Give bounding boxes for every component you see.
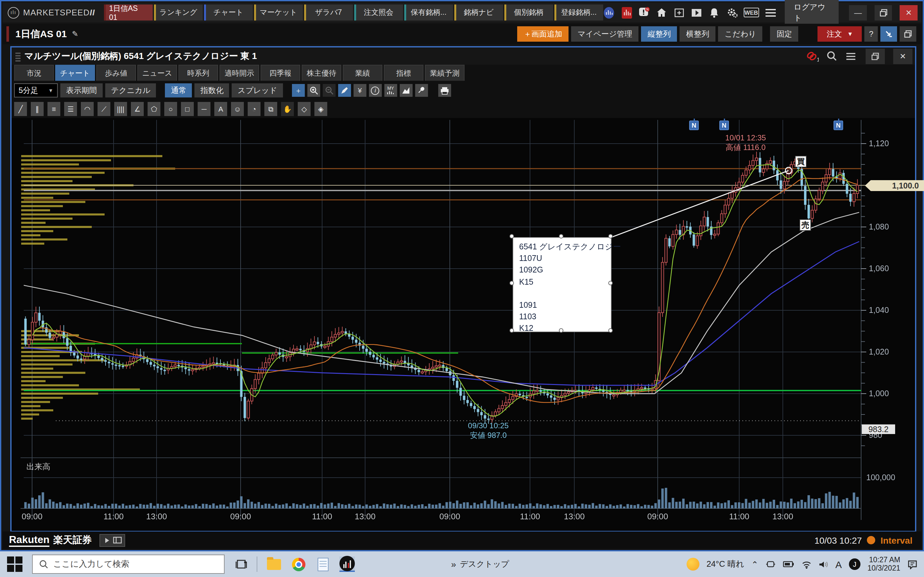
buy-marker[interactable]: 買 [795, 156, 806, 167]
windows-taskbar: ここに入力して検索 » デスクトップ 24°C 晴れ ⌃ A J 10:27 A… [0, 551, 924, 577]
low-annotation: 09/30 10:25安値 987.0 [440, 421, 536, 440]
svg-text:13:00: 13:00 [355, 512, 375, 521]
svg-text:11:00: 11:00 [103, 512, 124, 521]
rakuten-logo: Rakuten 楽天証券 [9, 534, 92, 546]
annotation-handle[interactable] [608, 281, 613, 285]
ime-language-icon[interactable]: J [849, 558, 861, 570]
news-marker[interactable]: N [834, 121, 843, 130]
svg-text:09:00: 09:00 [439, 512, 460, 521]
weather-icon[interactable] [687, 558, 699, 571]
desktop-label: デスクトップ [460, 559, 509, 570]
usb-icon[interactable] [766, 560, 776, 569]
annotation-handle[interactable] [559, 234, 564, 239]
svg-text:1,080: 1,080 [869, 222, 889, 231]
wifi-icon[interactable] [801, 560, 812, 568]
status-right: 10/03 10:27 Interval [814, 535, 921, 545]
action-center-icon[interactable] [907, 559, 918, 569]
volume-pane-label: 出来高 [26, 462, 50, 472]
interval-label: Interval [880, 535, 913, 545]
search-icon [39, 560, 48, 569]
chart-note-annotation[interactable]: 6541 グレイステクノロジー1107U1092GK1510911103K12 [513, 237, 612, 332]
svg-text:09:00: 09:00 [647, 512, 668, 521]
volume-icon[interactable] [819, 560, 829, 568]
note-line: 1103 [519, 311, 605, 322]
price-chart-svg[interactable]: 9801,0001,0201,0401,0601,0801,1001,12010… [1, 1, 924, 553]
file-explorer-icon[interactable] [266, 556, 282, 572]
battery-icon[interactable] [783, 560, 795, 568]
svg-text:1,000: 1,000 [869, 389, 889, 398]
annotation-handle[interactable] [509, 281, 514, 285]
taskbar-clock[interactable]: 10:27 AM 10/3/2021 [867, 556, 900, 573]
note-line [519, 288, 605, 300]
note-line: K15 [519, 276, 605, 287]
status-bar: Rakuten 楽天証券 10/03 10:27 Interval [3, 532, 921, 549]
annotation-handle[interactable] [559, 328, 564, 333]
annotation-handle[interactable] [608, 328, 613, 333]
svg-text:11:00: 11:00 [312, 512, 332, 521]
high-annotation: 10/01 12:35高値 1116.0 [698, 133, 794, 152]
taskbar-search-input[interactable]: ここに入力して検索 [32, 554, 225, 574]
svg-text:13:00: 13:00 [772, 512, 793, 521]
rakuten-logo-jp: 楽天証券 [53, 534, 92, 546]
sell-marker[interactable]: 売 [800, 219, 811, 231]
chrome-icon[interactable] [291, 556, 306, 572]
taskbar-separator [257, 556, 257, 572]
notepad-icon[interactable] [315, 556, 330, 572]
svg-text:13:00: 13:00 [564, 512, 585, 521]
svg-text:11:00: 11:00 [729, 512, 749, 521]
weather-label[interactable]: 24°C 晴れ [706, 558, 744, 570]
start-button[interactable] [6, 556, 23, 572]
marketspeed-taskbar-icon[interactable] [339, 556, 355, 572]
note-line: 1091 [519, 300, 605, 311]
note-line: 1092G [519, 264, 605, 276]
status-datetime: 10/03 10:27 [814, 535, 862, 545]
svg-text:13:00: 13:00 [146, 512, 167, 521]
interval-indicator-icon [867, 536, 875, 544]
rakuten-logo-en: Rakuten [9, 534, 49, 546]
svg-text:1,020: 1,020 [869, 347, 889, 356]
news-marker[interactable]: N [719, 121, 729, 130]
clock-time: 10:27 AM [867, 556, 900, 564]
svg-text:1,120: 1,120 [869, 139, 889, 148]
session-low-tag: 983.2 [862, 424, 895, 434]
note-line: 1107U [519, 253, 605, 264]
annotation-handle[interactable] [509, 234, 514, 239]
panel-toggle-button[interactable] [99, 534, 125, 546]
task-view-icon[interactable] [234, 556, 249, 572]
news-marker[interactable]: N [689, 121, 699, 130]
search-placeholder: ここに入力して検索 [53, 558, 129, 570]
tray-chevron-icon[interactable]: ⌃ [751, 559, 758, 569]
annotation-handle[interactable] [509, 328, 514, 333]
ime-mode-a[interactable]: A [835, 559, 842, 570]
note-line: 6541 グレイステクノロジー [519, 241, 605, 253]
taskbar-tray: 24°C 晴れ ⌃ A J 10:27 AM 10/3/2021 [687, 556, 924, 573]
desktop-toolbar[interactable]: » デスクトップ [451, 559, 509, 570]
annotation-handle[interactable] [608, 234, 613, 239]
current-price-tag: 1,100.0 [865, 180, 924, 191]
clock-date: 10/3/2021 [867, 564, 900, 573]
svg-text:11:00: 11:00 [520, 512, 540, 521]
screen: ılı MARKETSPEEDII 1日信AS 01ランキングチャートマーケット… [0, 0, 924, 577]
svg-text:1,040: 1,040 [869, 306, 889, 314]
svg-text:09:00: 09:00 [230, 512, 251, 521]
svg-text:1,060: 1,060 [869, 264, 889, 273]
marketspeed-app-window: ılı MARKETSPEEDII 1日信AS 01ランキングチャートマーケット… [0, 0, 924, 551]
chevrons: » [451, 559, 456, 569]
svg-text:100,000: 100,000 [866, 473, 895, 482]
svg-text:09:00: 09:00 [21, 512, 42, 521]
